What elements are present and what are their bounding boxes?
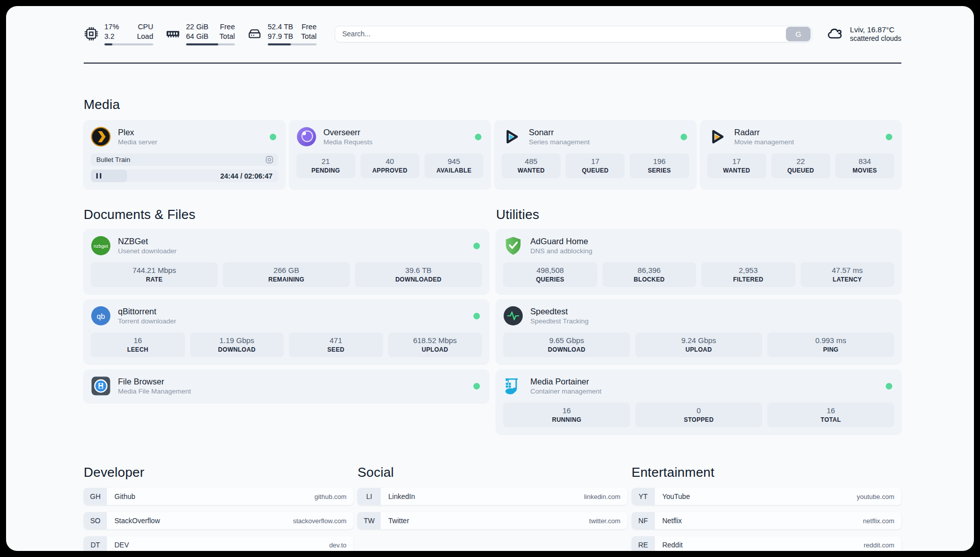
dashboard-page: 17% 3.2 CPU Load [6, 6, 974, 551]
plex-now-playing: Bullet Train [91, 153, 278, 166]
pause-icon[interactable] [96, 173, 101, 179]
cpu-usage-value: 17% [104, 22, 119, 31]
stat-tile: 0.993 msPING [767, 332, 894, 357]
app-card-plex[interactable]: Plex Media server Bullet Train 24:44 / 0… [84, 120, 285, 189]
stat-label: STOPPED [637, 416, 760, 423]
app-card-radarr[interactable]: Radarr Movie management 17WANTED 22QUEUE… [700, 120, 902, 189]
stat-value: 498,508 [505, 266, 595, 274]
stat-label: QUERIES [505, 276, 595, 283]
stat-label: RATE [93, 276, 216, 283]
link-url: twitter.com [589, 517, 621, 525]
app-description: Movie management [734, 138, 794, 146]
link-url: youtube.com [857, 493, 894, 500]
stat-tile: 1.19 GbpsDOWNLOAD [190, 332, 284, 357]
stat-label: RUNNING [505, 416, 628, 423]
link-row-netflix[interactable]: NF Netflix netflix.com [632, 512, 901, 529]
stat-tile: 16LEECH [91, 332, 185, 357]
link-row-youtube[interactable]: YT YouTube youtube.com [632, 488, 901, 505]
stat-value: 266 GB [225, 266, 348, 274]
app-description: DNS and adblocking [530, 247, 592, 255]
link-row-github[interactable]: GH Github github.com [84, 488, 353, 505]
adguard-icon [503, 236, 523, 256]
stat-label: FILTERED [703, 276, 793, 283]
social-column: Social LI LinkedIn linkedin.com TW Twitt… [357, 439, 627, 536]
app-card-sonarr[interactable]: Sonarr Series management 485WANTED 17QUE… [495, 120, 696, 189]
app-card-adguard[interactable]: AdGuard Home DNS and adblocking 498,508Q… [496, 229, 901, 294]
app-name: Plex [118, 128, 157, 137]
stop-stream-icon[interactable] [265, 155, 274, 164]
stat-value: 16 [769, 406, 892, 415]
link-name: Twitter [388, 517, 409, 525]
nzbget-icon: nzbget [91, 236, 111, 256]
status-dot [473, 313, 480, 319]
stream-time: 24:44 / 02:06:47 [220, 172, 273, 180]
status-dot [886, 383, 892, 389]
svg-text:nzbget: nzbget [94, 243, 108, 249]
stream-title: Bullet Train [96, 156, 265, 163]
stat-tile: 39.6 TBDOWNLOADED [355, 262, 482, 287]
stat-label: SERIES [632, 167, 687, 174]
stat-value: 16 [93, 336, 183, 345]
app-name: AdGuard Home [530, 237, 592, 246]
ram-total-value: 64 GiB [186, 32, 208, 41]
status-dot [681, 134, 687, 140]
app-description: Container management [530, 387, 601, 395]
ram-total-label: Total [219, 32, 235, 41]
app-name: Sonarr [529, 128, 590, 137]
stat-label: BLOCKED [604, 276, 695, 283]
cpu-metric: 17% 3.2 CPU Load [84, 22, 153, 45]
stat-value: 196 [632, 157, 687, 165]
stat-label: PING [769, 346, 892, 353]
weather-condition: scattered clouds [850, 34, 901, 43]
app-description: Media server [118, 138, 157, 146]
disk-free-value: 52.4 TB [268, 22, 293, 31]
stat-label: REMAINING [225, 276, 348, 283]
developer-column: Developer GH Github github.com SO StackO… [84, 439, 353, 551]
disk-free-label: Free [301, 22, 317, 31]
stat-label: QUEUED [773, 167, 828, 174]
stat-tile: 40APPROVED [360, 153, 419, 178]
stat-label: AVAILABLE [426, 167, 481, 174]
stat-value: 834 [837, 157, 892, 165]
stat-value: 9.65 Gbps [505, 336, 628, 345]
stat-value: 86,396 [604, 266, 695, 274]
search-input[interactable] [335, 30, 785, 38]
search-engine-button[interactable]: G [786, 27, 811, 41]
stat-label: QUEUED [568, 167, 623, 174]
stat-value: 17 [568, 157, 623, 165]
app-card-filebrowser[interactable]: File Browser Media File Management [84, 369, 489, 403]
cpu-load-label: Load [137, 32, 153, 41]
ram-free-value: 22 GiB [186, 22, 208, 31]
app-name: Overseerr [324, 128, 373, 137]
link-row-twitter[interactable]: TW Twitter twitter.com [357, 512, 627, 529]
link-row-dev[interactable]: DT DEV dev.to [84, 536, 353, 551]
link-row-linkedin[interactable]: LI LinkedIn linkedin.com [357, 488, 627, 505]
link-url: netflix.com [863, 517, 894, 525]
app-description: Series management [529, 138, 590, 146]
sonarr-icon [502, 127, 522, 147]
weather-widget[interactable]: Lviv, 16.87°C scattered clouds [826, 25, 901, 43]
stat-tile: 21PENDING [296, 153, 355, 178]
section-title-documents: Documents & Files [84, 207, 489, 222]
stat-tile: 266 GBREMAINING [223, 262, 350, 287]
status-dot [473, 243, 480, 249]
stat-tile: 16RUNNING [503, 403, 630, 427]
app-card-overseerr[interactable]: Overseerr Media Requests 21PENDING 40APP… [289, 120, 491, 189]
search-bar: G [335, 26, 812, 42]
link-row-reddit[interactable]: RE Reddit reddit.com [632, 536, 901, 551]
stat-tile: 17WANTED [707, 153, 766, 178]
app-card-nzbget[interactable]: nzbget NZBGet Usenet downloader 744.21 M… [84, 229, 489, 294]
stat-label: DOWNLOAD [505, 346, 628, 353]
stat-label: LEECH [93, 346, 183, 353]
link-row-stackoverflow[interactable]: SO StackOverflow stackoverflow.com [84, 512, 353, 529]
app-name: Media Portainer [530, 377, 601, 386]
app-card-qbittorrent[interactable]: qb qBittorrent Torrent downloader 16LEEC… [84, 299, 489, 364]
speedtest-icon [503, 306, 523, 326]
utilities-column: Utilities AdGuard Home DNS and adblockin… [496, 189, 901, 439]
app-card-speedtest[interactable]: Speedtest Speedtest Tracking 9.65 GbpsDO… [496, 299, 901, 364]
app-card-portainer[interactable]: Media Portainer Container management 16R… [496, 369, 901, 434]
documents-column: Documents & Files nzbget NZBGet Usenet d… [84, 189, 489, 408]
stat-value: 2,953 [703, 266, 793, 274]
stat-label: SEED [291, 346, 381, 353]
link-name: YouTube [662, 492, 690, 500]
